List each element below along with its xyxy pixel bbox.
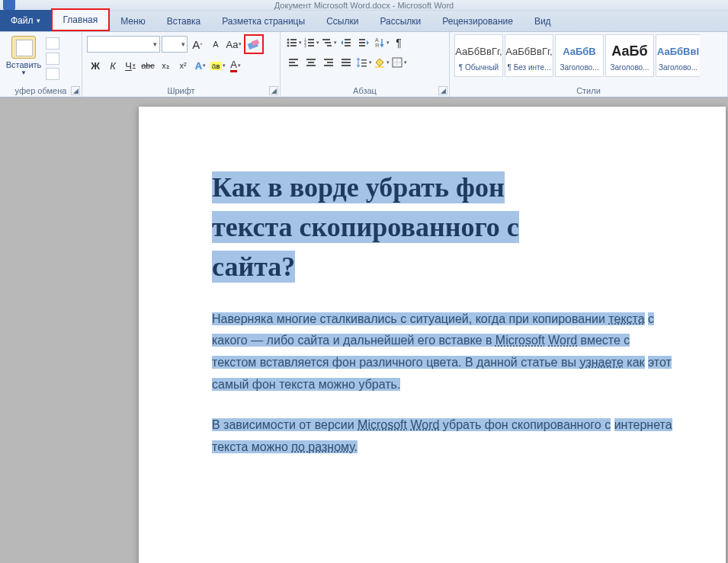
svg-rect-29 [308, 62, 314, 63]
numbering-icon: 123 [303, 37, 316, 49]
outdent-button[interactable] [338, 34, 354, 51]
paste-button[interactable]: Вставить ▼ [5, 34, 43, 78]
italic-button[interactable]: К [104, 57, 121, 74]
doc-heading: Как в ворде убрать фон текста скопирован… [212, 168, 726, 287]
justify-icon [340, 56, 352, 69]
multilevel-button[interactable] [320, 34, 337, 51]
svg-rect-18 [345, 42, 351, 43]
align-center-button[interactable] [303, 54, 319, 71]
style-heading1[interactable]: АаБбВ Заголово... [555, 34, 604, 77]
subscript-button[interactable]: x₂ [157, 57, 174, 74]
grow-font-button[interactable]: A^ [189, 36, 206, 53]
tab-home[interactable]: Главная [51, 8, 111, 31]
tab-file[interactable]: Файл [0, 10, 51, 31]
tab-review[interactable]: Рецензирование [431, 11, 524, 31]
svg-rect-40 [375, 66, 384, 68]
paste-label: Вставить [6, 60, 42, 69]
style-no-spacing[interactable]: АаБбВвГг, ¶ Без инте... [505, 34, 553, 77]
text-effects-button[interactable]: A [192, 57, 209, 74]
svg-rect-17 [345, 39, 351, 40]
sort-icon: AЯ [374, 37, 386, 49]
style-normal[interactable]: АаБбВвГг, ¶ Обычный [454, 34, 503, 77]
shrink-font-button[interactable]: A [207, 36, 224, 53]
svg-rect-11 [308, 42, 314, 43]
align-right-button[interactable] [320, 54, 337, 71]
ribbon-tabs: Файл Главная Меню Вставка Разметка стран… [0, 11, 728, 32]
underline-button[interactable]: Ч [122, 57, 139, 74]
svg-rect-28 [306, 59, 316, 60]
svg-text:A: A [375, 37, 379, 43]
svg-rect-21 [359, 42, 365, 43]
paragraph-launcher-icon[interactable]: ◢ [438, 86, 447, 95]
tab-insert[interactable]: Вставка [156, 11, 212, 31]
bullets-button[interactable] [285, 34, 302, 51]
bold-button[interactable]: Ж [87, 57, 104, 74]
tab-page-layout[interactable]: Разметка страницы [211, 11, 316, 31]
cut-button[interactable] [46, 37, 59, 50]
svg-point-4 [287, 42, 289, 44]
align-center-icon [305, 56, 317, 69]
qat-icon[interactable] [3, 0, 15, 10]
borders-button[interactable] [390, 54, 407, 71]
svg-rect-14 [322, 39, 330, 40]
group-label-paragraph: Абзац [285, 86, 444, 97]
tab-references[interactable]: Ссылки [316, 11, 369, 31]
indent-button[interactable] [355, 34, 372, 51]
svg-rect-31 [324, 59, 333, 60]
group-label-styles: Стили [454, 86, 723, 97]
svg-rect-7 [290, 45, 297, 46]
font-size-combo[interactable] [162, 36, 188, 53]
change-case-button[interactable]: Aa [226, 36, 242, 53]
numbering-button[interactable]: 123 [303, 34, 319, 51]
tab-view[interactable]: Вид [524, 11, 562, 31]
justify-button[interactable] [338, 54, 354, 71]
svg-rect-27 [289, 65, 298, 66]
tab-menu[interactable]: Меню [110, 11, 156, 31]
svg-rect-9 [308, 39, 314, 40]
page[interactable]: Как в ворде убрать фон текста скопирован… [139, 107, 726, 563]
tab-mailings[interactable]: Рассылки [369, 11, 431, 31]
bullets-icon [286, 37, 298, 49]
window-title: Документ Microsoft Word.docx - Microsoft… [274, 1, 454, 10]
indent-icon [358, 37, 370, 49]
style-heading2[interactable]: АаБб Заголово... [605, 34, 654, 77]
svg-text:Я: Я [375, 43, 379, 48]
svg-rect-37 [361, 59, 367, 61]
strike-button[interactable]: abc [140, 57, 156, 74]
borders-icon [391, 56, 403, 69]
svg-rect-38 [361, 62, 367, 64]
svg-rect-39 [361, 66, 367, 67]
show-marks-button[interactable]: ¶ [390, 34, 407, 51]
document-area: Как в ворде убрать фон текста скопирован… [0, 98, 728, 563]
clipboard-launcher-icon[interactable]: ◢ [71, 86, 80, 95]
svg-rect-15 [325, 42, 331, 43]
align-left-button[interactable] [285, 54, 302, 71]
font-color-button[interactable]: A [227, 57, 244, 74]
sort-button[interactable]: AЯ [373, 34, 390, 51]
style-heading3[interactable]: АаБбВвІ Заголово... [656, 34, 700, 77]
svg-rect-5 [290, 42, 297, 43]
highlight-button[interactable]: aʙ [210, 57, 226, 74]
superscript-button[interactable]: x² [175, 57, 191, 74]
align-left-icon [287, 56, 300, 69]
svg-rect-33 [324, 65, 333, 66]
paint-bucket-icon [374, 56, 386, 69]
group-paragraph: 123 AЯ ¶ Абзац ◢ [281, 32, 450, 97]
line-spacing-button[interactable] [355, 54, 372, 71]
svg-rect-13 [308, 45, 314, 46]
svg-rect-25 [289, 59, 298, 60]
svg-rect-22 [359, 45, 365, 46]
shading-button[interactable] [373, 54, 390, 71]
outdent-icon [340, 37, 352, 49]
format-painter-button[interactable] [46, 68, 59, 80]
font-name-combo[interactable] [87, 36, 160, 53]
svg-rect-35 [342, 62, 351, 63]
group-font: A^ A Aa Ж К Ч abc x₂ x² A aʙ A [82, 32, 281, 97]
group-clipboard: Вставить ▼ уфер обмена ◢ [0, 32, 82, 97]
quick-access-toolbar [3, 0, 17, 10]
clear-formatting-button[interactable] [244, 34, 264, 54]
font-launcher-icon[interactable]: ◢ [269, 86, 278, 95]
doc-paragraph-2: В зависимости от версии Microsoft Word у… [212, 414, 677, 459]
group-label-font: Шрифт [87, 86, 275, 97]
copy-button[interactable] [46, 53, 59, 65]
